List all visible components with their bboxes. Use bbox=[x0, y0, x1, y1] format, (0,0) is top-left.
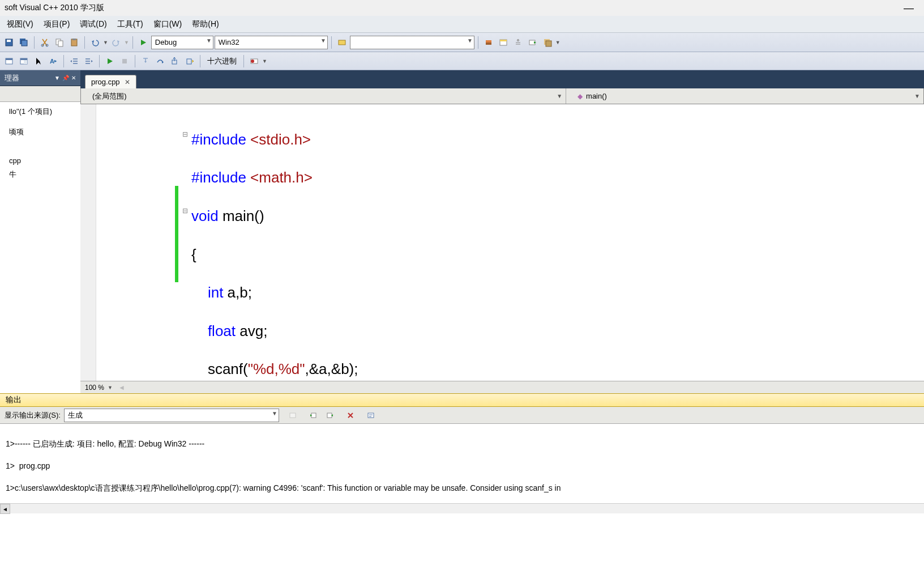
minimize-icon[interactable]: — bbox=[898, 2, 919, 14]
svg-rect-31 bbox=[368, 413, 374, 418]
gutter bbox=[80, 104, 96, 381]
text-size-icon[interactable]: A▸ bbox=[46, 54, 60, 68]
window-icon[interactable] bbox=[2, 54, 16, 68]
scroll-left-icon[interactable]: ◄ bbox=[118, 384, 125, 392]
copy-icon[interactable] bbox=[53, 36, 66, 49]
find-message-icon[interactable] bbox=[286, 409, 300, 422]
close-tab-icon[interactable]: ✕ bbox=[125, 78, 130, 86]
svg-rect-23 bbox=[122, 59, 127, 63]
tab-strip: prog.cpp ✕ bbox=[80, 70, 924, 88]
svg-rect-21 bbox=[20, 58, 27, 60]
save-icon[interactable] bbox=[2, 36, 16, 49]
dropdown-icon[interactable]: ▼ bbox=[124, 40, 129, 45]
svg-rect-1 bbox=[7, 40, 11, 42]
step-out-icon[interactable] bbox=[168, 54, 182, 68]
redo-icon[interactable] bbox=[109, 36, 123, 49]
outdent-icon[interactable] bbox=[67, 54, 81, 68]
tree-item[interactable]: cpp bbox=[0, 139, 80, 167]
file-tab[interactable]: prog.cpp ✕ bbox=[85, 75, 136, 88]
output-source-label: 显示输出来源(S): bbox=[5, 410, 61, 420]
platform-combo[interactable]: Win32▼ bbox=[215, 36, 328, 49]
step-over-icon[interactable] bbox=[153, 54, 167, 68]
properties-icon[interactable] bbox=[511, 36, 525, 49]
nav-forward-icon[interactable] bbox=[526, 36, 540, 49]
tree-solution[interactable]: llo"(1 个项目) bbox=[0, 104, 80, 119]
run-to-cursor-icon[interactable] bbox=[183, 54, 196, 68]
svg-rect-25 bbox=[187, 59, 191, 64]
save-all-icon[interactable] bbox=[17, 36, 31, 49]
menu-project[interactable]: 项目(P) bbox=[39, 17, 75, 32]
toolbar-debug: A▸ 十六进制 ▼ bbox=[0, 52, 924, 70]
main-area: 理器 ▼ 📌 ✕ llo"(1 个项目) 顷项 cpp 牛 prog.cpp ✕… bbox=[0, 70, 924, 393]
method-icon: ◆ bbox=[578, 92, 583, 100]
search-combo[interactable]: ▼ bbox=[350, 36, 474, 49]
scope-left[interactable]: (全局范围) ▼ bbox=[81, 88, 566, 104]
separator bbox=[132, 36, 133, 49]
svg-rect-22 bbox=[24, 60, 27, 64]
config-value: Debug bbox=[155, 38, 177, 46]
config-combo[interactable]: Debug▼ bbox=[151, 36, 213, 49]
indent-icon[interactable] bbox=[82, 54, 96, 68]
scope-value: main() bbox=[586, 92, 607, 100]
scope-bar: (全局范围) ▼ ◆ main() ▼ bbox=[80, 88, 924, 104]
output-line: 1> prog.cpp bbox=[6, 461, 918, 472]
menu-tools[interactable]: 工具(T) bbox=[113, 17, 148, 32]
undo-icon[interactable] bbox=[88, 36, 102, 49]
dropdown-icon[interactable]: ▼ bbox=[262, 58, 267, 64]
solution-explorer-icon[interactable] bbox=[497, 36, 510, 49]
find-icon[interactable] bbox=[335, 36, 349, 49]
menubar: 视图(V) 项目(P) 调试(D) 工具(T) 窗口(W) 帮助(H) bbox=[0, 16, 924, 33]
svg-rect-28 bbox=[290, 413, 296, 418]
stack-icon[interactable] bbox=[541, 36, 554, 49]
close-icon[interactable]: ✕ bbox=[71, 75, 76, 81]
step-into-icon[interactable] bbox=[139, 54, 152, 68]
hex-label[interactable]: 十六进制 bbox=[204, 56, 240, 66]
cut-icon[interactable] bbox=[38, 36, 52, 49]
menu-window[interactable]: 窗口(W) bbox=[149, 17, 187, 32]
window-icon[interactable] bbox=[17, 54, 31, 68]
output-body[interactable]: 1>------ 已启动生成: 项目: hello, 配置: Debug Win… bbox=[0, 424, 924, 503]
dropdown-icon[interactable]: ▼ bbox=[108, 385, 113, 390]
stop-icon[interactable] bbox=[118, 54, 131, 68]
cursor-icon[interactable] bbox=[32, 54, 45, 68]
clear-icon[interactable] bbox=[344, 409, 357, 422]
toolbox-icon[interactable] bbox=[482, 36, 495, 49]
output-toolbar: 显示输出来源(S): 生成 ▼ bbox=[0, 407, 924, 424]
separator bbox=[200, 55, 200, 67]
output-title: 输出 bbox=[6, 395, 22, 405]
code-editor[interactable]: ⊟#include <stdio.h> #include <math.h> ⊟v… bbox=[80, 104, 924, 381]
dropdown-icon[interactable]: ▼ bbox=[103, 40, 108, 45]
output-source-value: 生成 bbox=[68, 410, 83, 420]
separator bbox=[135, 55, 135, 67]
output-scrollbar[interactable]: ◄ bbox=[0, 503, 924, 513]
menu-view[interactable]: 视图(V) bbox=[2, 17, 38, 32]
scroll-left-icon[interactable]: ◄ bbox=[0, 504, 10, 514]
scope-value: (全局范围) bbox=[92, 91, 127, 101]
wrap-icon[interactable] bbox=[364, 409, 378, 422]
zoom-value[interactable]: 100 % bbox=[85, 384, 104, 392]
scope-right[interactable]: ◆ main() ▼ bbox=[566, 88, 923, 104]
svg-rect-3 bbox=[22, 40, 27, 46]
tree[interactable]: llo"(1 个项目) 顷项 cpp 牛 bbox=[0, 102, 80, 393]
menu-help[interactable]: 帮助(H) bbox=[187, 17, 223, 32]
svg-rect-14 bbox=[500, 40, 507, 41]
paste-icon[interactable] bbox=[67, 36, 81, 49]
tree-item[interactable]: 顷项 bbox=[0, 119, 80, 139]
pin-icon[interactable]: 📌 bbox=[62, 75, 69, 81]
svg-point-27 bbox=[251, 60, 254, 63]
dropdown-icon[interactable]: ▼ bbox=[54, 75, 60, 81]
start-icon[interactable] bbox=[136, 36, 150, 49]
next-message-icon[interactable] bbox=[323, 409, 337, 422]
dropdown-icon[interactable]: ▼ bbox=[555, 40, 561, 45]
prev-message-icon[interactable] bbox=[306, 409, 320, 422]
breakpoint-icon[interactable] bbox=[247, 54, 261, 68]
code-content[interactable]: ⊟#include <stdio.h> #include <math.h> ⊟v… bbox=[80, 104, 924, 381]
separator bbox=[84, 36, 85, 49]
tree-item[interactable]: 牛 bbox=[0, 167, 80, 182]
play-icon[interactable] bbox=[103, 54, 117, 68]
change-indicator bbox=[175, 186, 178, 282]
separator bbox=[99, 55, 100, 67]
platform-value: Win32 bbox=[219, 38, 239, 46]
menu-debug[interactable]: 调试(D) bbox=[75, 17, 111, 32]
output-source-combo[interactable]: 生成 ▼ bbox=[64, 409, 279, 422]
